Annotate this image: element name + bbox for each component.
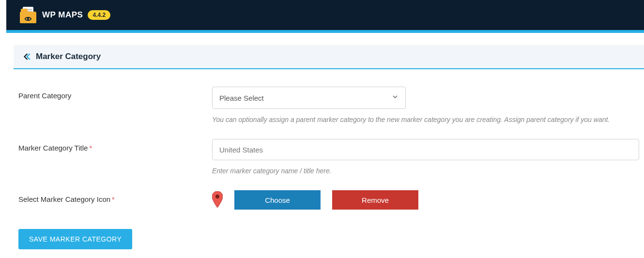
label-category-title: Marker Category Title*	[18, 139, 212, 175]
marker-pin-icon	[212, 191, 223, 209]
chevron-left-icon	[22, 52, 31, 61]
panel-header: Marker Category	[14, 45, 644, 69]
remove-icon-button[interactable]: Remove	[332, 190, 418, 210]
label-category-icon: Select Marker Category Icon*	[18, 190, 212, 210]
category-title-input[interactable]	[212, 139, 639, 160]
save-button[interactable]: SAVE MARKER CATEGORY	[18, 229, 132, 249]
field-parent-category: Please Select You can optionally assign …	[212, 87, 639, 123]
form: Parent Category Please Select You can op…	[14, 69, 644, 254]
row-category-title: Marker Category Title* Enter marker cate…	[18, 139, 639, 175]
required-asterisk: *	[112, 195, 115, 203]
label-text-category-icon: Select Marker Category Icon	[18, 195, 110, 203]
label-parent-category: Parent Category	[18, 87, 212, 123]
row-parent-category: Parent Category Please Select You can op…	[18, 87, 639, 123]
hint-category-title: Enter marker category name / title here.	[212, 167, 639, 175]
choose-icon-button[interactable]: Choose	[234, 190, 321, 210]
panel-title: Marker Category	[36, 52, 101, 61]
field-category-icon: Choose Remove	[212, 190, 639, 210]
parent-category-select[interactable]: Please Select	[212, 87, 406, 109]
hint-parent-category: You can optionally assign a parent marke…	[212, 116, 639, 123]
field-category-title: Enter marker category name / title here.	[212, 139, 639, 175]
label-text-category-title: Marker Category Title	[18, 144, 88, 152]
label-text-parent-category: Parent Category	[18, 91, 71, 100]
row-category-icon: Select Marker Category Icon* Choose Remo…	[18, 190, 639, 210]
parent-category-select-wrap: Please Select	[212, 87, 406, 109]
app-header: WP MAPS 4.4.2	[6, 0, 644, 33]
svg-point-0	[215, 195, 219, 198]
app-title: WP MAPS	[42, 10, 83, 20]
app-logo-icon	[20, 7, 36, 23]
version-badge: 4.4.2	[88, 10, 110, 20]
required-asterisk: *	[89, 144, 92, 152]
content: Marker Category Parent Category Please S…	[0, 33, 644, 254]
